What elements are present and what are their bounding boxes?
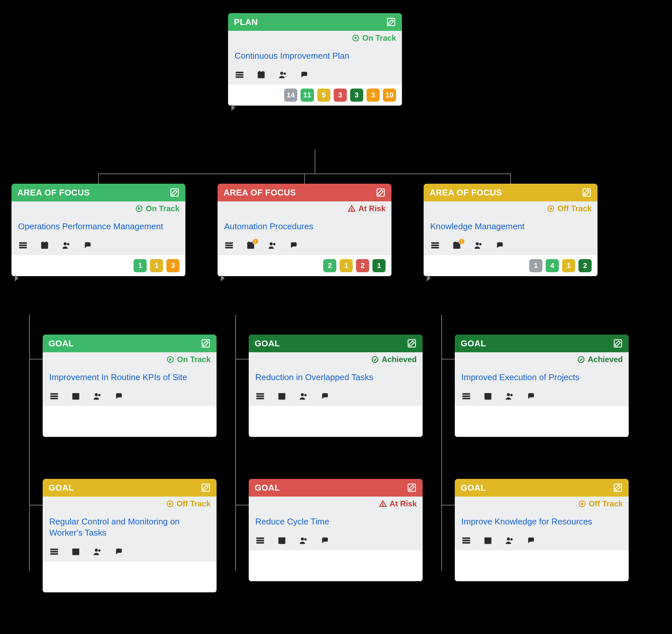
users-icon[interactable] [93, 392, 102, 401]
edit-icon[interactable] [386, 17, 396, 27]
card-title[interactable]: Regular Control and Monitoring on Worker… [43, 511, 217, 544]
svg-rect-18 [236, 76, 243, 78]
users-icon[interactable] [505, 392, 514, 401]
calendar-icon[interactable] [71, 392, 81, 401]
card-title[interactable]: Continuous Improvement Plan [228, 45, 402, 68]
chat-icon[interactable] [526, 392, 536, 401]
card-type-label: GOAL [255, 483, 280, 493]
list-icon[interactable] [430, 241, 440, 250]
chat-icon[interactable] [320, 536, 330, 545]
card-title[interactable]: Reduction in Overlapped Tasks [249, 367, 423, 389]
card-title[interactable]: Improve Knowledge for Resources [455, 511, 629, 533]
count-badge[interactable]: 2 [356, 259, 369, 272]
calendar-icon[interactable] [483, 392, 493, 401]
list-icon[interactable] [224, 241, 234, 250]
svg-rect-22 [263, 71, 264, 72]
status-label: Off Track [589, 499, 623, 508]
users-icon[interactable] [62, 241, 71, 250]
users-icon[interactable] [505, 536, 514, 545]
count-badge[interactable]: 1 [562, 259, 575, 272]
edit-icon[interactable] [407, 339, 417, 348]
list-icon[interactable] [18, 241, 28, 250]
expand-caret-icon[interactable] [15, 275, 19, 282]
goal-card: GOAL Achieved Improved Execution of Proj… [455, 335, 629, 437]
count-badge[interactable]: 3 [166, 259, 179, 272]
edit-icon[interactable] [201, 339, 211, 348]
users-icon[interactable] [93, 547, 102, 556]
count-badge[interactable]: 5 [317, 89, 330, 102]
list-icon[interactable] [255, 392, 265, 401]
edit-icon[interactable] [201, 483, 211, 493]
card-title[interactable]: Automation Procedures [218, 216, 391, 238]
calendar-icon[interactable]: ! [246, 241, 256, 250]
calendar-icon[interactable] [277, 392, 287, 401]
users-icon[interactable] [298, 536, 308, 545]
card-type-label: AREA OF FOCUS [17, 188, 90, 198]
list-icon[interactable] [255, 536, 265, 545]
edit-icon[interactable] [407, 483, 417, 493]
counts-row: 2 1 2 1 [218, 255, 391, 276]
card-title[interactable]: Improved Execution of Projects [455, 367, 629, 389]
calendar-icon[interactable]: ! [452, 241, 462, 250]
expand-caret-icon[interactable] [221, 275, 225, 282]
list-icon[interactable] [49, 392, 59, 401]
arrow-circle-down-icon [578, 500, 586, 508]
chat-icon[interactable] [114, 392, 124, 401]
svg-point-38 [352, 210, 352, 211]
chat-icon[interactable] [495, 241, 505, 250]
users-icon[interactable] [298, 392, 308, 401]
svg-point-23 [280, 72, 283, 74]
count-badge[interactable]: 3 [350, 89, 363, 102]
edit-icon[interactable] [170, 188, 179, 197]
card-title[interactable]: Reduce Cycle Time [249, 511, 423, 533]
calendar-icon[interactable] [256, 70, 266, 79]
status-label: At Risk [389, 499, 417, 508]
calendar-icon[interactable] [277, 536, 287, 545]
chat-icon[interactable] [320, 392, 330, 401]
chat-icon[interactable] [289, 241, 299, 250]
list-icon[interactable] [461, 536, 471, 545]
expand-caret-icon[interactable] [231, 104, 235, 111]
count-badge[interactable]: 1 [373, 259, 386, 272]
calendar-icon[interactable] [483, 536, 493, 545]
card-title[interactable]: Improvement In Routine KPIs of Site [43, 367, 217, 389]
chat-icon[interactable] [299, 70, 309, 79]
count-badge[interactable]: 2 [578, 259, 592, 272]
count-badge[interactable]: 10 [383, 89, 396, 102]
users-icon[interactable] [267, 241, 277, 250]
users-icon[interactable] [474, 241, 483, 250]
list-icon[interactable] [461, 392, 471, 401]
chat-icon[interactable] [114, 547, 124, 556]
count-badge[interactable]: 2 [323, 259, 336, 272]
card-footer [455, 406, 629, 437]
status-row: Achieved [249, 352, 423, 367]
edit-icon[interactable] [613, 339, 623, 348]
list-icon[interactable] [49, 547, 59, 556]
count-badge[interactable]: 3 [366, 89, 380, 102]
count-badge[interactable]: 1 [529, 259, 543, 272]
card-title[interactable]: Knowledge Management [424, 216, 598, 238]
svg-rect-52 [431, 247, 439, 248]
card-title[interactable]: Operations Performance Management [11, 216, 185, 238]
svg-rect-28 [19, 244, 27, 246]
chat-icon[interactable] [526, 536, 536, 545]
calendar-icon[interactable] [40, 241, 50, 250]
list-icon[interactable] [235, 70, 244, 79]
count-badge[interactable]: 4 [546, 259, 559, 272]
count-badge[interactable]: 3 [334, 89, 347, 102]
check-circle-icon [371, 356, 379, 363]
calendar-icon[interactable] [71, 547, 81, 556]
count-badge[interactable]: 14 [284, 89, 297, 102]
count-badge[interactable]: 1 [150, 259, 163, 272]
chat-icon[interactable] [83, 241, 93, 250]
users-icon[interactable] [278, 70, 288, 79]
edit-icon[interactable] [582, 188, 592, 197]
count-badge[interactable]: 1 [134, 259, 147, 272]
expand-caret-icon[interactable] [427, 275, 431, 282]
count-badge[interactable]: 1 [340, 259, 353, 272]
edit-icon[interactable] [613, 483, 623, 493]
svg-point-94 [301, 537, 304, 540]
count-badge[interactable]: 11 [301, 89, 314, 102]
svg-rect-80 [256, 395, 264, 397]
edit-icon[interactable] [376, 188, 386, 197]
